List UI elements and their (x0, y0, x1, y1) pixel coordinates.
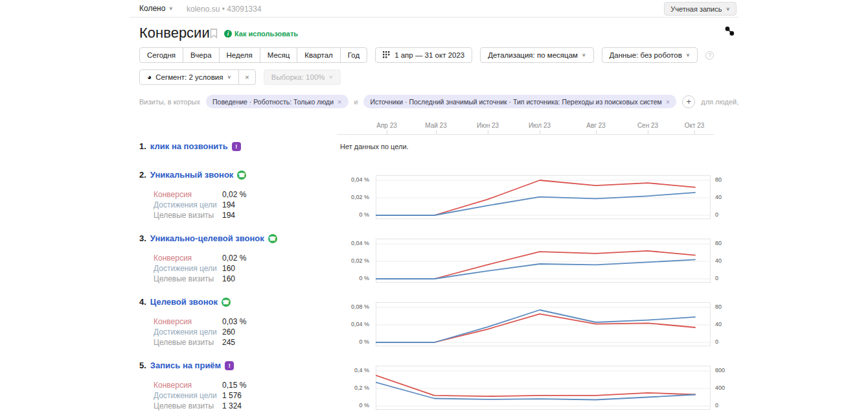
target-visits-legend[interactable]: Целевые визиты (154, 338, 222, 347)
target-visits-legend[interactable]: Целевые визиты (154, 274, 222, 283)
stat-row-conversion: Конверсия 0,02 % (154, 253, 246, 263)
page-title: Конверсии (139, 25, 210, 42)
target-visits-legend[interactable]: Целевые визиты (154, 401, 222, 410)
goal-section-2: 2. Уникальный звонок ☎ Конверсия 0,02 % … (139, 170, 729, 232)
data-mode-label: Данные: без роботов (610, 51, 682, 59)
detalization-label: Детализация: по месяцам (488, 51, 578, 59)
right-axis: 8004000 (715, 366, 735, 410)
segment-select[interactable]: ◕ Сегмент: 2 условия ∨ (139, 69, 239, 85)
target-visits-value: 245 (222, 338, 235, 347)
conversion-legend[interactable]: Конверсия (154, 317, 222, 326)
goal-chart: 0,04 %0,02 %0 % 80400 (340, 175, 729, 220)
account-button[interactable]: Учетная запись ∨ (664, 2, 737, 16)
line-chart (376, 239, 711, 283)
goal-title-link[interactable]: Целевой звонок (150, 297, 218, 307)
stat-row-conversion: Конверсия 0,15 % (154, 380, 246, 390)
conversion-legend[interactable]: Конверсия (154, 190, 222, 199)
data-mode-select[interactable]: Данные: без роботов ∨ (602, 47, 698, 63)
bookmark-icon[interactable] (210, 29, 218, 41)
filter-chip-robots-label: Поведение · Роботность: Только люди (212, 98, 334, 106)
chevron-down-icon: ∨ (168, 6, 173, 11)
achievements-value: 194 (222, 200, 235, 209)
line-chart (376, 175, 711, 219)
right-axis: 80400 (715, 175, 735, 219)
call-goal-icon: ☎ (268, 234, 277, 243)
chevron-down-icon: ∨ (582, 53, 586, 58)
period-today-button[interactable]: Сегодня (139, 47, 183, 63)
close-icon[interactable]: × (666, 98, 670, 106)
achievements-value: 160 (222, 264, 235, 273)
achievements-legend[interactable]: Достижения цели (154, 391, 222, 400)
segment-pie-icon: ◕ (147, 73, 152, 81)
sampling-select[interactable]: Выборка: 100% ∨ (264, 69, 341, 85)
goal-section-1: 1. клик на позвонить ! Нет данных по цел… (139, 141, 729, 165)
target-visits-value: 194 (222, 211, 235, 220)
goal-title-link[interactable]: Уникально-целевой звонок (150, 233, 264, 243)
counter-selector[interactable]: Колено ∨ (139, 4, 173, 13)
add-visit-condition-button[interactable]: + (682, 95, 695, 108)
target-visits-legend[interactable]: Целевые визиты (154, 211, 222, 220)
stat-row-target-visits: Целевые визиты 160 (154, 274, 246, 284)
stat-row-target-visits: Целевые визиты 194 (154, 210, 246, 220)
help-icon[interactable]: ? (705, 51, 714, 60)
no-data-message: Нет данных по цели. (340, 143, 409, 150)
filter-chip-robots[interactable]: Поведение · Роботность: Только люди × (206, 95, 348, 108)
period-year-button[interactable]: Год (340, 47, 367, 63)
close-icon[interactable]: × (337, 98, 341, 106)
goal-stats: Конверсия 0,15 % Достижения цели 1 576 Ц… (154, 380, 246, 411)
achievements-legend[interactable]: Достижения цели (154, 264, 222, 273)
target-visits-value: 160 (222, 274, 235, 283)
goal-stats: Конверсия 0,02 % Достижения цели 194 Цел… (154, 189, 246, 220)
conversion-legend[interactable]: Конверсия (154, 381, 222, 390)
goal-chart: 0,08 %0,04 %0 % 80400 (340, 302, 729, 348)
how-to-use-label: Как использовать (234, 30, 298, 38)
period-quarter-button[interactable]: Квартал (297, 47, 340, 63)
goal-number: 2. (139, 170, 146, 180)
date-range-label: 1 апр — 31 окт 2023 (394, 51, 464, 59)
counter-info: koleno.su • 43091334 (187, 5, 262, 14)
call-goal-icon: ☎ (237, 171, 246, 180)
axis-line (337, 134, 714, 135)
how-to-use-link[interactable]: i Как использовать (224, 30, 298, 38)
period-month-button[interactable]: Месяц (260, 47, 298, 63)
goal-title-link[interactable]: клик на позвонить (150, 141, 228, 151)
conversion-legend[interactable]: Конверсия (154, 254, 222, 263)
month-label: Май 23 (425, 122, 447, 129)
conversion-value: 0,03 % (222, 317, 246, 326)
stat-row-achievements: Достижения цели 194 (154, 200, 246, 210)
goal-chart: 0,04 %0,02 %0 % 80400 (340, 239, 729, 284)
detalization-select[interactable]: Детализация: по месяцам ∨ (480, 47, 593, 63)
date-range-button[interactable]: 1 апр — 31 окт 2023 (375, 47, 472, 63)
period-yesterday-button[interactable]: Вчера (183, 47, 219, 63)
achievements-legend[interactable]: Достижения цели (154, 327, 222, 337)
month-label: Июн 23 (477, 122, 499, 129)
filter-chip-source[interactable]: Источники · Последний значимый источник … (363, 95, 676, 108)
widgets-icon[interactable] (724, 26, 735, 39)
left-axis: 0,04 %0,02 %0 % (340, 175, 372, 219)
goal-title-link[interactable]: Запись на приём (150, 361, 221, 370)
period-week-button[interactable]: Неделя (219, 47, 260, 63)
stat-row-achievements: Достижения цели 260 (154, 327, 246, 337)
account-label: Учетная запись (670, 5, 722, 13)
left-axis: 0,4 %0,2 %0 % (340, 366, 372, 410)
top-bar: Колено ∨ koleno.su • 43091334 Учетная за… (130, 0, 738, 18)
month-label: Окт 23 (685, 122, 705, 129)
sampling-label: Выборка: 100% (271, 73, 325, 81)
goal-title-link[interactable]: Уникальный звонок (150, 170, 234, 180)
js-event-goal-icon: ! (225, 361, 234, 370)
achievements-legend[interactable]: Достижения цели (154, 200, 222, 209)
goal-chart: 0,4 %0,2 %0 % 8004000 (340, 366, 729, 411)
stat-row-target-visits: Целевые визиты 1 324 (154, 401, 246, 411)
achievements-value: 1 576 (222, 391, 242, 400)
segment-clear-button[interactable]: × (238, 69, 256, 85)
report-toolbar: Сегодня Вчера Неделя Месяц Квартал Год 1… (139, 47, 714, 63)
month-label: Июл 23 (529, 122, 551, 129)
conversions-page: Колено ∨ koleno.su • 43091334 Учетная за… (130, 0, 738, 415)
for-people-label: для людей, у которых (701, 98, 738, 106)
line-chart (376, 302, 711, 346)
month-label: Апр 23 (376, 122, 397, 129)
goal-stats: Конверсия 0,02 % Достижения цели 160 Цел… (154, 253, 246, 284)
segment-filters: Визиты, в которых Поведение · Роботность… (139, 95, 735, 108)
stat-row-target-visits: Целевые визиты 245 (154, 337, 246, 348)
goal-number: 4. (139, 297, 146, 307)
